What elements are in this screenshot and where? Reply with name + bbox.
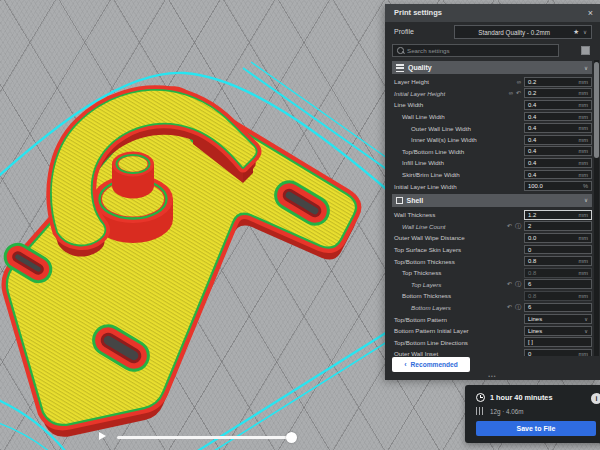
quality-icon [396,64,404,72]
section-title: Quality [408,64,584,71]
setting-row: Bottom Pattern Initial LayerLines∨ [392,325,592,337]
clock-icon [476,393,485,402]
setting-visibility-icon[interactable] [581,46,590,55]
scrollbar-thumb[interactable] [594,62,599,158]
setting-dropdown[interactable]: Lines∨ [524,326,592,336]
setting-input[interactable]: 0mm [524,349,592,356]
setting-unit: mm [579,160,591,166]
setting-unit: % [583,183,591,189]
revert-icon[interactable]: ↶ [516,90,521,96]
chevron-down-icon: ∨ [583,29,587,35]
chevron-down-icon: ∨ [584,316,591,322]
section-header-shell[interactable]: Shell∨ [392,194,592,207]
setting-label: Wall Thickness [392,211,521,218]
setting-row: Outer Wall Inset0mm [392,348,592,356]
link-icon[interactable]: ∞ [517,79,521,85]
setting-input[interactable]: 0.4mm [524,146,592,156]
layer-slider-handle[interactable] [286,432,297,443]
recommended-label: Recommended [411,361,458,368]
setting-input[interactable]: 100.0% [524,181,592,191]
setting-input[interactable]: 0.4mm [524,112,592,122]
setting-input[interactable]: 0 [524,245,592,255]
setting-value: 0 [525,247,591,253]
recommended-button[interactable]: ‹ Recommended [392,357,470,372]
revert-icon[interactable]: ↶ [507,304,512,310]
setting-label: Bottom Layers [392,304,504,311]
setting-input[interactable]: 0.4mm [524,100,592,110]
setting-input[interactable]: 0.0mm [524,233,592,243]
setting-input[interactable]: 0.4mm [524,158,592,168]
setting-value: 6 [525,281,591,287]
save-to-file-button[interactable]: Save to File [476,421,596,436]
search-input[interactable] [405,45,558,56]
setting-label: Top/Bottom Line Width [392,148,521,155]
link-icon[interactable]: ∞ [509,90,513,96]
setting-input[interactable]: 0.2mm [524,88,592,98]
setting-dropdown[interactable]: Lines∨ [524,314,592,324]
setting-icons: ∞↶ [506,90,521,96]
setting-unit: mm [579,137,591,143]
search-box[interactable] [392,44,559,57]
setting-row: Bottom Thickness0.8mm [392,290,592,302]
setting-input[interactable]: 0.4mm [524,123,592,133]
setting-icons: ∞ [514,79,521,85]
panel-header[interactable]: Print settings × [385,4,600,22]
info-icon[interactable]: ⓘ [515,223,521,229]
setting-value: 0 [525,351,579,356]
setting-label: Wall Line Width [392,113,521,120]
section-header-quality[interactable]: Quality∨ [392,61,592,74]
setting-label: Bottom Pattern Initial Layer [392,327,521,334]
setting-row: Top/Bottom PatternLines∨ [392,313,592,325]
layer-playback-bar [0,428,385,448]
setting-row: Initial Layer Line Width100.0% [392,180,592,192]
setting-input[interactable]: 2 [524,221,592,231]
info-icon[interactable]: i [591,393,600,404]
setting-label: Initial Layer Height [392,90,506,97]
setting-label: Layer Height [392,78,514,85]
setting-value: 100.0 [525,183,583,189]
settings-scrollbar[interactable] [594,60,599,356]
layer-slider-track[interactable] [117,436,297,439]
setting-label: Inner Wall(s) Line Width [392,136,521,143]
setting-row: Initial Layer Height∞↶0.2mm [392,88,592,100]
info-icon[interactable]: ⓘ [515,304,521,310]
material-spool-icon [476,407,485,415]
setting-input[interactable]: 0.8mm [524,268,592,278]
cura-window: Print settings × Profile Standard Qualit… [0,0,600,450]
play-button[interactable] [99,432,106,440]
setting-label: Outer Wall Line Width [392,125,521,132]
setting-input[interactable]: 0.2mm [524,77,592,87]
panel-resize-handle[interactable]: ••• [385,373,600,380]
setting-label: Outer Wall Inset [392,350,521,356]
info-icon[interactable]: ⓘ [515,281,521,287]
setting-row: Wall Thickness1.2mm [392,209,592,221]
setting-label: Top/Bottom Line Directions [392,339,521,346]
setting-input[interactable]: 0.8mm [524,291,592,301]
revert-icon[interactable]: ↶ [507,281,512,287]
setting-row: Top Surface Skin Layers0 [392,244,592,256]
setting-unit: mm [579,258,591,264]
setting-row: Line Width0.4mm [392,99,592,111]
setting-unit: mm [579,235,591,241]
setting-input[interactable]: 0.4mm [524,170,592,180]
setting-input[interactable]: [ ] [524,337,592,347]
setting-row: Top/Bottom Line Width0.4mm [392,146,592,158]
close-icon[interactable]: × [588,4,593,22]
panel-title: Print settings [394,4,442,22]
setting-value: 0.0 [525,235,579,241]
setting-value: 0.2 [525,90,579,96]
star-icon[interactable]: ★ [573,28,579,36]
setting-input[interactable]: 0.8mm [524,256,592,266]
setting-input[interactable]: 0.4mm [524,135,592,145]
setting-value: 0.4 [525,172,579,178]
print-time-row: 1 hour 40 minutes [476,393,552,402]
print-job-summary-card: 1 hour 40 minutes 12g · 4.06m i Save to … [465,385,600,443]
chevron-down-icon: ∨ [584,65,588,71]
setting-input[interactable]: 1.2mm [524,210,592,220]
setting-input[interactable]: 6 [524,303,592,313]
profile-dropdown[interactable]: Standard Quality - 0.2mm ★ ∨ [454,25,592,39]
setting-input[interactable]: 6 [524,279,592,289]
revert-icon[interactable]: ↶ [507,223,512,229]
setting-row: Wall Line Width0.4mm [392,111,592,123]
setting-value: [ ] [525,339,591,345]
